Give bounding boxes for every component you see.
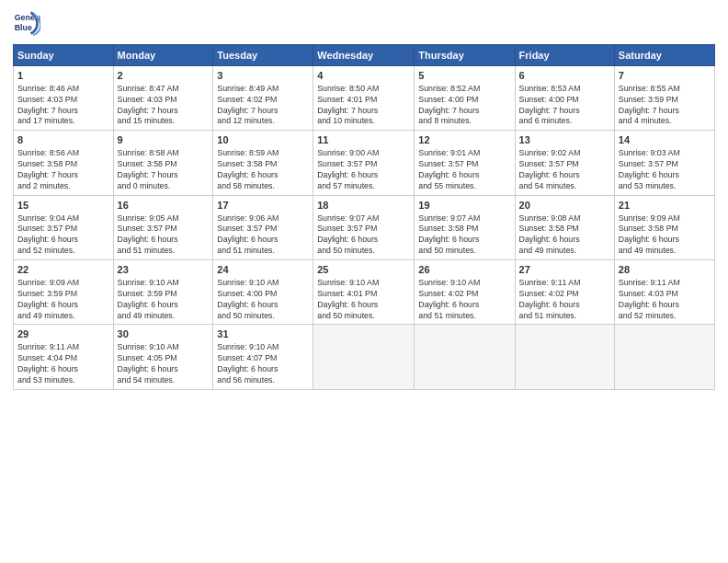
day-info: Sunrise: 9:00 AM Sunset: 3:57 PM Dayligh… bbox=[317, 148, 410, 192]
day-info: Sunrise: 9:09 AM Sunset: 3:59 PM Dayligh… bbox=[17, 278, 109, 322]
day-number: 5 bbox=[418, 69, 510, 83]
day-number: 10 bbox=[217, 133, 309, 147]
calendar-cell bbox=[415, 325, 515, 389]
calendar-cell: 26Sunrise: 9:10 AM Sunset: 4:02 PM Dayli… bbox=[415, 260, 515, 325]
calendar-cell: 21Sunrise: 9:09 AM Sunset: 3:58 PM Dayli… bbox=[614, 195, 714, 259]
day-info: Sunrise: 9:11 AM Sunset: 4:03 PM Dayligh… bbox=[619, 278, 711, 322]
day-number: 30 bbox=[118, 327, 210, 341]
day-info: Sunrise: 8:55 AM Sunset: 3:59 PM Dayligh… bbox=[619, 84, 711, 128]
day-number: 4 bbox=[317, 69, 410, 83]
svg-text:Blue: Blue bbox=[15, 23, 32, 32]
day-number: 27 bbox=[519, 263, 610, 277]
calendar-cell: 8Sunrise: 8:56 AM Sunset: 3:58 PM Daylig… bbox=[14, 131, 114, 195]
day-info: Sunrise: 8:58 AM Sunset: 3:58 PM Dayligh… bbox=[118, 148, 210, 192]
day-number: 7 bbox=[619, 69, 711, 83]
logo-icon: General Blue bbox=[13, 9, 40, 37]
calendar-cell: 25Sunrise: 9:10 AM Sunset: 4:01 PM Dayli… bbox=[313, 260, 415, 325]
day-info: Sunrise: 9:07 AM Sunset: 3:58 PM Dayligh… bbox=[418, 213, 510, 258]
weekday-header-wednesday: Wednesday bbox=[313, 45, 415, 66]
calendar-cell: 2Sunrise: 8:47 AM Sunset: 4:03 PM Daylig… bbox=[113, 66, 213, 131]
day-info: Sunrise: 9:07 AM Sunset: 3:57 PM Dayligh… bbox=[317, 213, 410, 258]
calendar-cell: 5Sunrise: 8:52 AM Sunset: 4:00 PM Daylig… bbox=[415, 66, 515, 131]
day-info: Sunrise: 9:06 AM Sunset: 3:57 PM Dayligh… bbox=[217, 213, 309, 258]
weekday-header-friday: Friday bbox=[515, 45, 614, 66]
calendar-cell: 1Sunrise: 8:46 AM Sunset: 4:03 PM Daylig… bbox=[14, 66, 114, 131]
calendar-cell: 9Sunrise: 8:58 AM Sunset: 3:58 PM Daylig… bbox=[113, 131, 213, 195]
day-info: Sunrise: 9:09 AM Sunset: 3:58 PM Dayligh… bbox=[619, 213, 711, 258]
day-number: 26 bbox=[418, 263, 510, 277]
calendar-cell: 11Sunrise: 9:00 AM Sunset: 3:57 PM Dayli… bbox=[313, 131, 415, 195]
day-info: Sunrise: 8:46 AM Sunset: 4:03 PM Dayligh… bbox=[17, 84, 109, 128]
calendar-cell: 15Sunrise: 9:04 AM Sunset: 3:57 PM Dayli… bbox=[14, 195, 114, 259]
day-number: 1 bbox=[17, 69, 109, 83]
calendar-cell: 12Sunrise: 9:01 AM Sunset: 3:57 PM Dayli… bbox=[415, 131, 515, 195]
calendar-cell: 4Sunrise: 8:50 AM Sunset: 4:01 PM Daylig… bbox=[313, 66, 415, 131]
calendar-cell: 16Sunrise: 9:05 AM Sunset: 3:57 PM Dayli… bbox=[113, 195, 213, 259]
day-number: 20 bbox=[519, 199, 610, 213]
calendar-cell: 10Sunrise: 8:59 AM Sunset: 3:58 PM Dayli… bbox=[213, 131, 313, 195]
day-number: 25 bbox=[317, 263, 410, 277]
day-info: Sunrise: 9:01 AM Sunset: 3:57 PM Dayligh… bbox=[418, 148, 510, 192]
week-row-2: 8Sunrise: 8:56 AM Sunset: 3:58 PM Daylig… bbox=[14, 131, 715, 195]
calendar-cell: 20Sunrise: 9:08 AM Sunset: 3:58 PM Dayli… bbox=[515, 195, 614, 259]
day-info: Sunrise: 9:10 AM Sunset: 4:01 PM Dayligh… bbox=[317, 278, 410, 322]
day-info: Sunrise: 9:10 AM Sunset: 4:02 PM Dayligh… bbox=[418, 278, 510, 322]
day-number: 13 bbox=[519, 133, 610, 147]
day-number: 9 bbox=[118, 133, 210, 147]
day-number: 23 bbox=[118, 263, 210, 277]
day-info: Sunrise: 9:11 AM Sunset: 4:04 PM Dayligh… bbox=[17, 342, 109, 386]
day-number: 15 bbox=[17, 199, 109, 213]
day-info: Sunrise: 9:10 AM Sunset: 4:00 PM Dayligh… bbox=[217, 278, 309, 322]
calendar-cell: 13Sunrise: 9:02 AM Sunset: 3:57 PM Dayli… bbox=[515, 131, 614, 195]
day-number: 6 bbox=[519, 69, 610, 83]
weekday-header-thursday: Thursday bbox=[415, 45, 515, 66]
calendar-cell: 19Sunrise: 9:07 AM Sunset: 3:58 PM Dayli… bbox=[415, 195, 515, 259]
day-number: 29 bbox=[17, 327, 109, 341]
calendar-cell: 17Sunrise: 9:06 AM Sunset: 3:57 PM Dayli… bbox=[213, 195, 313, 259]
day-info: Sunrise: 9:10 AM Sunset: 4:05 PM Dayligh… bbox=[118, 342, 210, 386]
calendar-cell: 30Sunrise: 9:10 AM Sunset: 4:05 PM Dayli… bbox=[113, 325, 213, 389]
weekday-header-row: SundayMondayTuesdayWednesdayThursdayFrid… bbox=[14, 45, 715, 66]
calendar-cell bbox=[313, 325, 415, 389]
weekday-header-saturday: Saturday bbox=[614, 45, 714, 66]
calendar-cell: 31Sunrise: 9:10 AM Sunset: 4:07 PM Dayli… bbox=[213, 325, 313, 389]
day-number: 21 bbox=[619, 199, 711, 213]
day-info: Sunrise: 9:02 AM Sunset: 3:57 PM Dayligh… bbox=[519, 148, 610, 192]
day-info: Sunrise: 9:10 AM Sunset: 4:07 PM Dayligh… bbox=[217, 342, 309, 386]
calendar-cell: 22Sunrise: 9:09 AM Sunset: 3:59 PM Dayli… bbox=[14, 260, 114, 325]
day-info: Sunrise: 9:08 AM Sunset: 3:58 PM Dayligh… bbox=[519, 213, 610, 258]
day-number: 11 bbox=[317, 133, 410, 147]
calendar-cell: 14Sunrise: 9:03 AM Sunset: 3:57 PM Dayli… bbox=[614, 131, 714, 195]
calendar-table: SundayMondayTuesdayWednesdayThursdayFrid… bbox=[13, 44, 715, 390]
day-number: 14 bbox=[619, 133, 711, 147]
week-row-3: 15Sunrise: 9:04 AM Sunset: 3:57 PM Dayli… bbox=[14, 195, 715, 259]
day-number: 18 bbox=[317, 199, 410, 213]
calendar-cell: 28Sunrise: 9:11 AM Sunset: 4:03 PM Dayli… bbox=[614, 260, 714, 325]
calendar-cell bbox=[614, 325, 714, 389]
weekday-header-tuesday: Tuesday bbox=[213, 45, 313, 66]
calendar-cell: 6Sunrise: 8:53 AM Sunset: 4:00 PM Daylig… bbox=[515, 66, 614, 131]
day-info: Sunrise: 8:49 AM Sunset: 4:02 PM Dayligh… bbox=[217, 84, 309, 128]
calendar-cell: 18Sunrise: 9:07 AM Sunset: 3:57 PM Dayli… bbox=[313, 195, 415, 259]
calendar-cell: 29Sunrise: 9:11 AM Sunset: 4:04 PM Dayli… bbox=[14, 325, 114, 389]
calendar-cell: 27Sunrise: 9:11 AM Sunset: 4:02 PM Dayli… bbox=[515, 260, 614, 325]
day-number: 2 bbox=[118, 69, 210, 83]
calendar-cell bbox=[515, 325, 614, 389]
weekday-header-monday: Monday bbox=[113, 45, 213, 66]
day-number: 12 bbox=[418, 133, 510, 147]
week-row-4: 22Sunrise: 9:09 AM Sunset: 3:59 PM Dayli… bbox=[14, 260, 715, 325]
calendar-cell: 3Sunrise: 8:49 AM Sunset: 4:02 PM Daylig… bbox=[213, 66, 313, 131]
day-number: 3 bbox=[217, 69, 309, 83]
day-number: 8 bbox=[17, 133, 109, 147]
day-info: Sunrise: 8:52 AM Sunset: 4:00 PM Dayligh… bbox=[418, 84, 510, 128]
day-info: Sunrise: 8:50 AM Sunset: 4:01 PM Dayligh… bbox=[317, 84, 410, 128]
day-info: Sunrise: 8:59 AM Sunset: 3:58 PM Dayligh… bbox=[217, 148, 309, 192]
calendar-cell: 23Sunrise: 9:10 AM Sunset: 3:59 PM Dayli… bbox=[113, 260, 213, 325]
day-info: Sunrise: 8:53 AM Sunset: 4:00 PM Dayligh… bbox=[519, 84, 610, 128]
weekday-header-sunday: Sunday bbox=[14, 45, 114, 66]
day-info: Sunrise: 8:47 AM Sunset: 4:03 PM Dayligh… bbox=[118, 84, 210, 128]
day-number: 28 bbox=[619, 263, 711, 277]
day-number: 17 bbox=[217, 199, 309, 213]
day-number: 19 bbox=[418, 199, 510, 213]
day-info: Sunrise: 9:04 AM Sunset: 3:57 PM Dayligh… bbox=[17, 213, 109, 258]
